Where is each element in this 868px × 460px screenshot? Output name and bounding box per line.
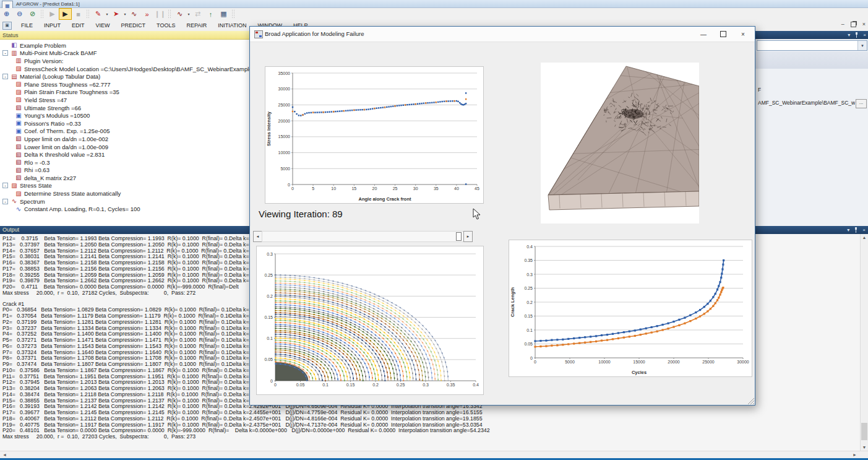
bamf-dialog: Broad Application for Modeling Failure —… [249, 26, 755, 406]
window-minimize-button[interactable]: – [841, 21, 844, 27]
tree-expander-icon[interactable]: - [2, 74, 8, 79]
upload-icon[interactable]: ↑ [204, 8, 217, 20]
dialog-close-button[interactable]: × [734, 27, 752, 41]
menu-item-edit[interactable]: EDIT [66, 21, 90, 30]
tree-item[interactable]: ▨Plane Stress Toughness =62.777 [0, 80, 249, 89]
dialog-minimize-button[interactable]: — [694, 27, 713, 41]
tree-item-label: Plain Strain Fracture Toughness =35 [24, 89, 119, 95]
stress-intensity-chart: 0500010000150002000025000300003500005101… [265, 66, 484, 204]
scroll-left-icon[interactable]: ◄ [1, 451, 8, 458]
tree-item[interactable]: ▧Rlo = -0.3 [0, 158, 249, 167]
iteration-slider-left-arrow[interactable]: ◄ [253, 231, 262, 242]
tree-item[interactable]: ▨Plain Strain Fracture Toughness =35 [0, 89, 249, 97]
beta-editor-dropdown-icon[interactable]: ▾ [105, 12, 110, 16]
scrollbar-thumb[interactable] [861, 423, 867, 440]
zoom-dynamic-icon[interactable]: ⊘ [26, 8, 39, 20]
crack-front-chart: 00.050.10.150.20.250.300.050.10.150.20.2… [256, 246, 484, 395]
scroll-right-icon[interactable]: ► [851, 451, 858, 458]
tree-item[interactable]: ◧Example Problem [0, 41, 249, 50]
output-row-left: P16= 0.39193 Beta Tension= 1.2142 Beta C… [2, 404, 229, 410]
tree-item[interactable]: ▧Rhi =0.63 [0, 167, 249, 175]
tree-item[interactable]: -∿Spectrum [0, 197, 249, 206]
material-icon: ▤ [11, 74, 18, 80]
step-icon[interactable]: ▶ [46, 8, 59, 20]
tree-item[interactable]: -▥Multi-Point Multi-Crack BAMF [0, 50, 249, 58]
tree-item[interactable]: ▧Delta K threshold value =2.831 [0, 150, 249, 158]
dock-dropdown-icon[interactable]: ▾ [848, 31, 850, 39]
iteration-slider-right-arrow[interactable]: ► [463, 231, 473, 242]
dialog-resize-grip[interactable] [746, 396, 754, 404]
scroll-up-icon[interactable]: ▲ [861, 234, 868, 241]
status-panel-header[interactable]: Status [0, 31, 249, 40]
link-icon[interactable]: ⇄ [191, 8, 204, 20]
spectrum-view-icon[interactable]: ∿ [127, 8, 140, 20]
tree-item[interactable]: ∿Constant Amp. Loading, R=0.1, Cycles= 1… [0, 205, 249, 213]
dock-close-icon[interactable]: × [863, 31, 866, 39]
svg-text:0.25: 0.25 [524, 286, 533, 290]
marker-icon[interactable]: ➤ [110, 8, 122, 20]
toolbar-handle [40, 9, 45, 19]
tree-item[interactable]: -▤Material (Lookup Tabular Data) [0, 72, 249, 80]
zoom-out-icon[interactable]: ⊖ [13, 8, 26, 20]
tree-expander-icon[interactable]: - [2, 183, 8, 188]
output-row-left: P15= 0.38855 Beta Tension= 1.2137 Beta C… [2, 398, 229, 404]
viewing-iteration-label: Viewing Iteration: 89 [259, 209, 343, 219]
spectrum-manager-icon[interactable]: ∿ [173, 8, 186, 20]
right-panel-combobox[interactable]: ▼ [757, 40, 867, 51]
menu-item-tools[interactable]: TOOLS [151, 21, 181, 30]
scroll-down-icon[interactable]: ▼ [861, 444, 868, 451]
window-controls: – × [841, 21, 866, 27]
transfer-icon[interactable]: » [140, 8, 153, 20]
pause-icon[interactable]: ❙❙ [153, 8, 166, 20]
right-panel-header[interactable]: ▾ × [755, 31, 868, 39]
dock-pin-icon[interactable] [854, 227, 858, 233]
tree-item[interactable]: ▣Coef. of Therm. Exp. =1.25e-005 [0, 128, 249, 136]
beta-editor-icon[interactable]: ✎ [92, 8, 105, 20]
tree-item[interactable]: ▣Young's Modulus =10500 [0, 111, 249, 119]
tree-item[interactable]: ▣Poisson's Ratio =0.33 [0, 119, 249, 128]
dialog-maximize-button[interactable] [714, 27, 733, 41]
amp-icon: ∿ [15, 206, 22, 212]
dialog-titlebar[interactable]: Broad Application for Modeling Failure —… [250, 27, 755, 42]
menu-item-view[interactable]: VIEW [90, 21, 116, 30]
svg-text:30000: 30000 [278, 87, 291, 91]
tree-item[interactable]: ▧Ultimate Strength =66 [0, 104, 249, 112]
tree-item[interactable]: ▨Yield Stress =47 [0, 96, 249, 104]
menu-item-initiation[interactable]: INITIATION [212, 21, 252, 30]
svg-text:0: 0 [291, 186, 294, 191]
ztab-icon: ▧ [15, 152, 22, 158]
table-view-icon[interactable]: ▦ [217, 8, 230, 20]
tree-expander-icon[interactable]: - [2, 199, 8, 204]
zoom-in-icon[interactable]: ⊕ [0, 8, 13, 20]
menu-item-file[interactable]: FILE [15, 21, 38, 30]
iteration-slider-thumb[interactable] [456, 232, 462, 241]
tree-item[interactable]: ▧Upper limit on da/dn =1.00e-002 [0, 135, 249, 143]
tree-expander-icon[interactable]: - [2, 50, 8, 56]
browse-button[interactable]: ... [856, 99, 867, 108]
tree-item[interactable]: ▥Plugin Version: [0, 57, 249, 65]
dock-pin-icon[interactable] [854, 32, 859, 38]
menu-item-predict[interactable]: PREDICT [116, 21, 152, 30]
plugin-icon: ▥ [15, 58, 22, 64]
tree-item[interactable]: ▧delta_K matrix 2x27 [0, 174, 249, 182]
svg-text:45: 45 [475, 186, 479, 191]
spectrum-manager-dropdown-icon[interactable]: ▾ [186, 12, 191, 16]
output-row-left: P12= 0.37945 Beta Tension= 1.2013 Beta C… [2, 380, 229, 386]
menu-item-repair[interactable]: REPAIR [181, 21, 212, 30]
tree-item[interactable]: -▨Stress State [0, 182, 249, 190]
iteration-slider-track[interactable] [262, 231, 464, 242]
tree-item-label: Material (Lookup Tabular Data) [20, 73, 100, 80]
tree-item[interactable]: ▨StressCheck Model Location =C:\Users\JH… [0, 65, 249, 73]
tree-item[interactable]: ▧Lower limit on da/dn =1.00e-009 [0, 143, 249, 151]
dock-close-icon[interactable]: × [862, 226, 866, 234]
chevron-down-icon[interactable]: ▼ [857, 41, 867, 50]
window-close-button[interactable]: × [862, 21, 866, 27]
menu-item-input[interactable]: INPUT [38, 21, 66, 30]
tree-item[interactable]: ▨Determine Stress State automatically [0, 189, 249, 197]
window-restore-button[interactable] [851, 22, 856, 27]
run-predict-icon[interactable]: ▶ [59, 8, 72, 20]
output-vertical-scrollbar[interactable]: ▲ ▼ [860, 234, 868, 451]
marker-dropdown-icon[interactable]: ▾ [122, 12, 127, 16]
dock-dropdown-icon[interactable]: ▾ [847, 226, 849, 234]
stop-icon[interactable]: ■ [72, 8, 85, 20]
